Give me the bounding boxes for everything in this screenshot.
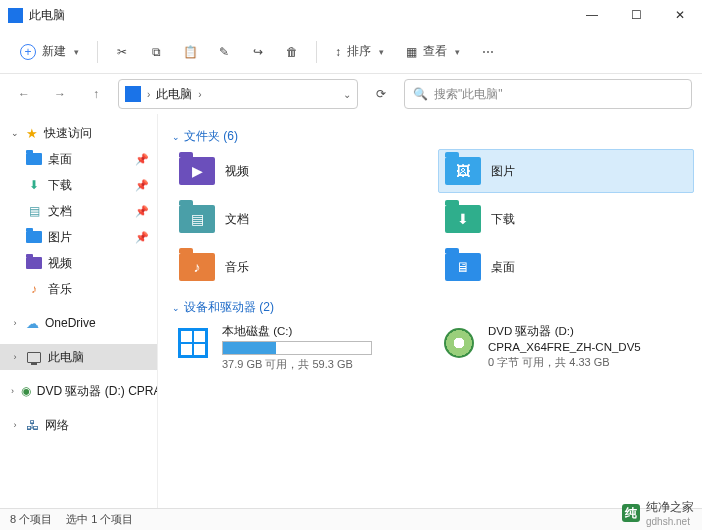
cloud-icon: ☁ [26,316,39,331]
group-drives[interactable]: ⌄ 设备和驱动器 (2) [172,299,694,316]
chevron-right-icon: › [10,420,20,430]
forward-button[interactable]: → [46,80,74,108]
drive-detail: 0 字节 可用，共 4.33 GB [488,355,641,370]
drive-name: 本地磁盘 (C:) [222,324,372,339]
sort-button[interactable]: ↕ 排序 ▾ [325,36,394,68]
rename-icon: ✎ [219,45,229,59]
paste-button[interactable]: 📋 [174,36,206,68]
titlebar: 此电脑 — ☐ ✕ [0,0,702,30]
folder-icon [26,151,42,167]
star-icon: ★ [26,126,38,141]
pc-icon [125,86,141,102]
separator [316,41,317,63]
download-icon: ⬇ [26,177,42,193]
rename-button[interactable]: ✎ [208,36,240,68]
sidebar-item-label: 图片 [48,229,72,246]
search-icon: 🔍 [413,87,428,101]
chevron-right-icon: › [198,89,201,100]
folder-icon: 🖼 [445,157,481,185]
view-button[interactable]: ▦ 查看 ▾ [396,36,470,68]
group-label: 文件夹 (6) [184,128,238,145]
share-button[interactable]: ↪ [242,36,274,68]
new-button[interactable]: + 新建 ▾ [10,36,89,68]
sidebar-item-label: DVD 驱动器 (D:) CPRA_X64FRE_ZH-CN_DV5 [37,383,157,400]
sidebar-item-label: 此电脑 [48,349,84,366]
pc-icon [26,349,42,365]
refresh-button[interactable]: ⟳ [366,79,396,109]
address-bar[interactable]: › 此电脑 › ⌄ [118,79,358,109]
sidebar-item-label: 桌面 [48,151,72,168]
sort-label: 排序 [347,43,371,60]
pin-icon: 📌 [135,153,149,166]
drive-d[interactable]: DVD 驱动器 (D:) CPRA_X64FRE_ZH-CN_DV5 0 字节 … [438,320,694,376]
sort-icon: ↕ [335,45,341,59]
chevron-right-icon: › [10,318,20,328]
chevron-right-icon: › [10,386,15,396]
sidebar-item-downloads[interactable]: ⬇ 下载 📌 [0,172,157,198]
watermark-url: gdhsh.net [646,516,694,527]
sidebar-item-label: OneDrive [45,316,96,330]
sidebar-item-label: 视频 [48,255,72,272]
folder-icon [26,255,42,271]
delete-button[interactable]: 🗑 [276,36,308,68]
folder-desktop[interactable]: 🖥 桌面 [438,245,694,289]
sidebar-this-pc[interactable]: › 此电脑 [0,344,157,370]
maximize-button[interactable]: ☐ [614,0,658,30]
copy-button[interactable]: ⧉ [140,36,172,68]
sidebar-item-label: 文档 [48,203,72,220]
sidebar-item-videos[interactable]: 视频 [0,250,157,276]
sidebar-dvd[interactable]: › ◉ DVD 驱动器 (D:) CPRA_X64FRE_ZH-CN_DV5 [0,378,157,404]
folder-label: 音乐 [225,259,249,276]
folder-music[interactable]: ♪ 音乐 [172,245,428,289]
folder-pictures[interactable]: 🖼 图片 [438,149,694,193]
disc-icon: ◉ [21,383,31,399]
sidebar-network[interactable]: › 🖧 网络 [0,412,157,438]
chevron-down-icon: ⌄ [172,303,180,313]
sidebar-item-desktop[interactable]: 桌面 📌 [0,146,157,172]
copy-icon: ⧉ [152,45,161,59]
drive-c[interactable]: 本地磁盘 (C:) 37.9 GB 可用，共 59.3 GB [172,320,428,376]
search-placeholder: 搜索"此电脑" [434,86,503,103]
pc-icon [8,8,23,23]
folder-icon [26,229,42,245]
sidebar-item-label: 快速访问 [44,125,92,142]
close-button[interactable]: ✕ [658,0,702,30]
delete-icon: 🗑 [286,45,298,59]
group-folders[interactable]: ⌄ 文件夹 (6) [172,128,694,145]
item-count: 8 个项目 [10,512,52,527]
folder-videos[interactable]: ▶ 视频 [172,149,428,193]
folder-downloads[interactable]: ⬇ 下载 [438,197,694,241]
folder-icon: ▤ [179,205,215,233]
minimize-button[interactable]: — [570,0,614,30]
sidebar-item-pictures[interactable]: 图片 📌 [0,224,157,250]
watermark-logo: 纯 [622,504,640,522]
sidebar-item-documents[interactable]: ▤ 文档 📌 [0,198,157,224]
sidebar-quick-access[interactable]: ⌄ ★ 快速访问 [0,120,157,146]
folder-documents[interactable]: ▤ 文档 [172,197,428,241]
search-input[interactable]: 🔍 搜索"此电脑" [404,79,692,109]
chevron-down-icon[interactable]: ⌄ [343,89,351,100]
window-controls: — ☐ ✕ [570,0,702,30]
breadcrumb[interactable]: 此电脑 [156,86,192,103]
pin-icon: 📌 [135,231,149,244]
pin-icon: 📌 [135,179,149,192]
plus-icon: + [20,44,36,60]
sidebar-item-music[interactable]: ♪ 音乐 [0,276,157,302]
chevron-right-icon: › [147,89,150,100]
separator [97,41,98,63]
document-icon: ▤ [26,203,42,219]
folder-label: 文档 [225,211,249,228]
up-button[interactable]: ↑ [82,80,110,108]
sidebar-item-label: 网络 [45,417,69,434]
folder-icon: 🖥 [445,253,481,281]
back-button[interactable]: ← [10,80,38,108]
network-icon: 🖧 [26,418,39,433]
drive-usage-bar [222,341,372,355]
window-title: 此电脑 [29,7,65,24]
cut-icon: ✂ [117,45,127,59]
more-button[interactable]: ⋯ [472,36,504,68]
chevron-right-icon: › [10,352,20,362]
cut-button[interactable]: ✂ [106,36,138,68]
folder-icon: ♪ [179,253,215,281]
sidebar-onedrive[interactable]: › ☁ OneDrive [0,310,157,336]
